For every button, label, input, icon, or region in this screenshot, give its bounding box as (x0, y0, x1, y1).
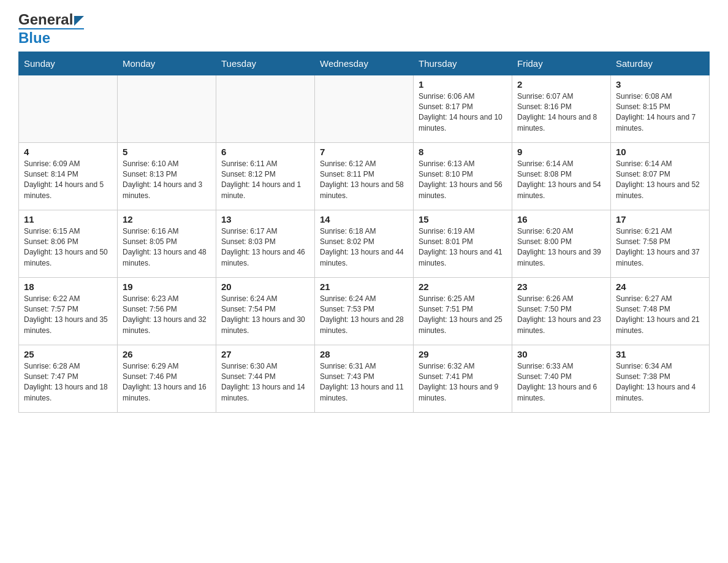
calendar-day-7: 7Sunrise: 6:12 AM Sunset: 8:11 PM Daylig… (315, 142, 414, 210)
day-number: 3 (616, 79, 704, 90)
day-info: Sunrise: 6:07 AM Sunset: 8:16 PM Dayligh… (517, 91, 605, 134)
day-number: 31 (616, 349, 704, 359)
calendar-empty-cell (19, 75, 118, 142)
day-info: Sunrise: 6:33 AM Sunset: 7:40 PM Dayligh… (517, 361, 605, 404)
day-number: 29 (419, 349, 507, 359)
day-info: Sunrise: 6:14 AM Sunset: 8:08 PM Dayligh… (517, 159, 605, 202)
day-info: Sunrise: 6:24 AM Sunset: 7:53 PM Dayligh… (320, 294, 408, 337)
calendar-week-row: 4Sunrise: 6:09 AM Sunset: 8:14 PM Daylig… (19, 142, 710, 210)
day-info: Sunrise: 6:11 AM Sunset: 8:12 PM Dayligh… (221, 159, 309, 202)
calendar-day-26: 26Sunrise: 6:29 AM Sunset: 7:46 PM Dayli… (118, 345, 216, 412)
day-number: 20 (221, 282, 309, 292)
day-number: 23 (517, 282, 605, 292)
day-number: 21 (320, 282, 408, 292)
day-info: Sunrise: 6:18 AM Sunset: 8:02 PM Dayligh… (320, 226, 408, 269)
header-day-wednesday: Wednesday (315, 52, 414, 75)
day-info: Sunrise: 6:20 AM Sunset: 8:00 PM Dayligh… (517, 226, 605, 269)
calendar-day-28: 28Sunrise: 6:31 AM Sunset: 7:43 PM Dayli… (315, 345, 414, 412)
calendar-day-16: 16Sunrise: 6:20 AM Sunset: 8:00 PM Dayli… (512, 210, 611, 277)
calendar-day-5: 5Sunrise: 6:10 AM Sunset: 8:13 PM Daylig… (118, 142, 216, 210)
page-header: General Blue (18, 12, 710, 45)
day-number: 17 (616, 214, 704, 224)
calendar-empty-cell (216, 75, 315, 142)
day-number: 13 (221, 214, 309, 224)
day-info: Sunrise: 6:14 AM Sunset: 8:07 PM Dayligh… (616, 159, 704, 202)
calendar-empty-cell (118, 75, 216, 142)
header-day-sunday: Sunday (19, 52, 118, 75)
day-info: Sunrise: 6:27 AM Sunset: 7:48 PM Dayligh… (616, 294, 704, 337)
day-number: 25 (24, 349, 112, 359)
day-number: 9 (517, 147, 605, 157)
day-number: 26 (123, 349, 211, 359)
calendar-day-27: 27Sunrise: 6:30 AM Sunset: 7:44 PM Dayli… (216, 345, 315, 412)
svg-marker-0 (74, 16, 84, 26)
day-info: Sunrise: 6:29 AM Sunset: 7:46 PM Dayligh… (123, 361, 211, 404)
day-number: 14 (320, 214, 408, 224)
day-info: Sunrise: 6:34 AM Sunset: 7:38 PM Dayligh… (616, 361, 704, 404)
logo-general: General (18, 12, 84, 28)
day-number: 16 (517, 214, 605, 224)
day-number: 5 (123, 147, 211, 157)
day-info: Sunrise: 6:08 AM Sunset: 8:15 PM Dayligh… (616, 91, 704, 134)
calendar-day-31: 31Sunrise: 6:34 AM Sunset: 7:38 PM Dayli… (611, 345, 710, 412)
day-info: Sunrise: 6:21 AM Sunset: 7:58 PM Dayligh… (616, 226, 704, 269)
calendar-day-29: 29Sunrise: 6:32 AM Sunset: 7:41 PM Dayli… (414, 345, 512, 412)
day-number: 6 (221, 147, 309, 157)
day-info: Sunrise: 6:15 AM Sunset: 8:06 PM Dayligh… (24, 226, 112, 269)
calendar-day-19: 19Sunrise: 6:23 AM Sunset: 7:56 PM Dayli… (118, 277, 216, 345)
day-info: Sunrise: 6:23 AM Sunset: 7:56 PM Dayligh… (123, 294, 211, 337)
calendar-day-17: 17Sunrise: 6:21 AM Sunset: 7:58 PM Dayli… (611, 210, 710, 277)
day-info: Sunrise: 6:06 AM Sunset: 8:17 PM Dayligh… (419, 91, 507, 134)
logo: General Blue (18, 12, 84, 45)
calendar-day-6: 6Sunrise: 6:11 AM Sunset: 8:12 PM Daylig… (216, 142, 315, 210)
day-info: Sunrise: 6:26 AM Sunset: 7:50 PM Dayligh… (517, 294, 605, 337)
calendar-day-14: 14Sunrise: 6:18 AM Sunset: 8:02 PM Dayli… (315, 210, 414, 277)
day-info: Sunrise: 6:25 AM Sunset: 7:51 PM Dayligh… (419, 294, 507, 337)
day-info: Sunrise: 6:12 AM Sunset: 8:11 PM Dayligh… (320, 159, 408, 202)
calendar-header-row: SundayMondayTuesdayWednesdayThursdayFrid… (19, 52, 710, 75)
day-number: 18 (24, 282, 112, 292)
calendar-day-3: 3Sunrise: 6:08 AM Sunset: 8:15 PM Daylig… (611, 75, 710, 142)
logo-inner: General Blue (18, 12, 84, 45)
calendar-empty-cell (315, 75, 414, 142)
day-info: Sunrise: 6:09 AM Sunset: 8:14 PM Dayligh… (24, 159, 112, 202)
day-number: 15 (419, 214, 507, 224)
day-number: 28 (320, 349, 408, 359)
day-info: Sunrise: 6:22 AM Sunset: 7:57 PM Dayligh… (24, 294, 112, 337)
calendar-day-8: 8Sunrise: 6:13 AM Sunset: 8:10 PM Daylig… (414, 142, 512, 210)
day-info: Sunrise: 6:28 AM Sunset: 7:47 PM Dayligh… (24, 361, 112, 404)
header-day-tuesday: Tuesday (216, 52, 315, 75)
day-number: 11 (24, 214, 112, 224)
calendar-day-9: 9Sunrise: 6:14 AM Sunset: 8:08 PM Daylig… (512, 142, 611, 210)
day-number: 30 (517, 349, 605, 359)
logo-wrapper: General Blue (18, 12, 84, 45)
calendar-day-11: 11Sunrise: 6:15 AM Sunset: 8:06 PM Dayli… (19, 210, 118, 277)
day-info: Sunrise: 6:32 AM Sunset: 7:41 PM Dayligh… (419, 361, 507, 404)
calendar-day-4: 4Sunrise: 6:09 AM Sunset: 8:14 PM Daylig… (19, 142, 118, 210)
day-info: Sunrise: 6:13 AM Sunset: 8:10 PM Dayligh… (419, 159, 507, 202)
header-day-monday: Monday (118, 52, 216, 75)
logo-blue: Blue (18, 28, 84, 45)
calendar-day-20: 20Sunrise: 6:24 AM Sunset: 7:54 PM Dayli… (216, 277, 315, 345)
calendar-day-13: 13Sunrise: 6:17 AM Sunset: 8:03 PM Dayli… (216, 210, 315, 277)
header-day-saturday: Saturday (611, 52, 710, 75)
day-number: 2 (517, 79, 605, 90)
calendar-day-18: 18Sunrise: 6:22 AM Sunset: 7:57 PM Dayli… (19, 277, 118, 345)
day-number: 7 (320, 147, 408, 157)
day-number: 4 (24, 147, 112, 157)
day-number: 1 (419, 79, 507, 90)
calendar-table: SundayMondayTuesdayWednesdayThursdayFrid… (18, 52, 710, 413)
calendar-day-24: 24Sunrise: 6:27 AM Sunset: 7:48 PM Dayli… (611, 277, 710, 345)
header-day-thursday: Thursday (414, 52, 512, 75)
day-number: 8 (419, 147, 507, 157)
day-number: 27 (221, 349, 309, 359)
calendar-day-12: 12Sunrise: 6:16 AM Sunset: 8:05 PM Dayli… (118, 210, 216, 277)
calendar-day-2: 2Sunrise: 6:07 AM Sunset: 8:16 PM Daylig… (512, 75, 611, 142)
day-info: Sunrise: 6:30 AM Sunset: 7:44 PM Dayligh… (221, 361, 309, 404)
calendar-day-25: 25Sunrise: 6:28 AM Sunset: 7:47 PM Dayli… (19, 345, 118, 412)
calendar-week-row: 11Sunrise: 6:15 AM Sunset: 8:06 PM Dayli… (19, 210, 710, 277)
calendar-week-row: 18Sunrise: 6:22 AM Sunset: 7:57 PM Dayli… (19, 277, 710, 345)
calendar-day-15: 15Sunrise: 6:19 AM Sunset: 8:01 PM Dayli… (414, 210, 512, 277)
day-info: Sunrise: 6:10 AM Sunset: 8:13 PM Dayligh… (123, 159, 211, 202)
calendar-day-1: 1Sunrise: 6:06 AM Sunset: 8:17 PM Daylig… (414, 75, 512, 142)
